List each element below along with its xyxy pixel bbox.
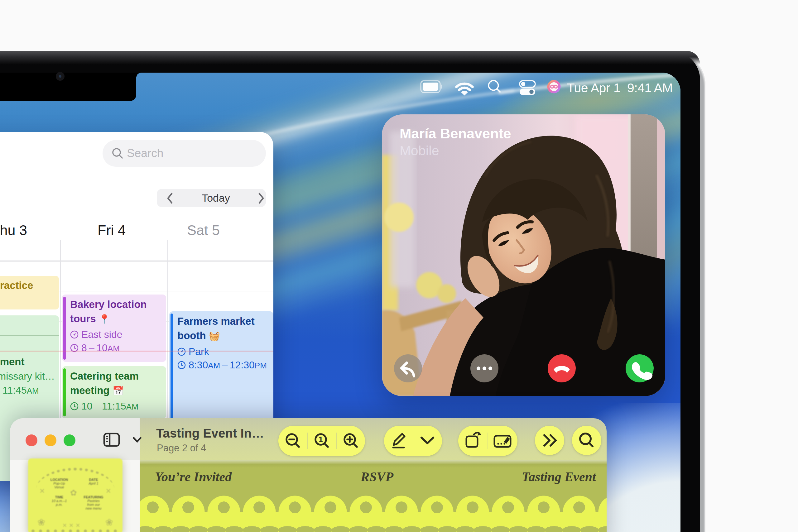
svg-text:1: 1 bbox=[319, 435, 323, 444]
